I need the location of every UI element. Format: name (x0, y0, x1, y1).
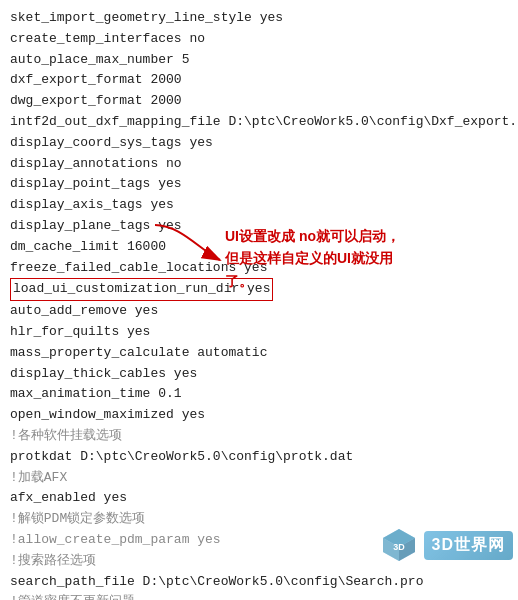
line-5: dwg_export_format 2000 (10, 91, 508, 112)
watermark-cube-icon: 3D (379, 525, 419, 565)
line-20: open_window_maximized yes (10, 405, 508, 426)
line-13: freeze_failed_cable_locations yes (10, 258, 508, 279)
line-15: auto_add_remove yes (10, 301, 508, 322)
line-24: afx_enabled yes (10, 488, 508, 509)
line-22: protkdat D:\ptc\CreoWork5.0\config\protk… (10, 447, 508, 468)
line-9: display_point_tags yes (10, 174, 508, 195)
line-8: display_annotations no (10, 154, 508, 175)
line-11: display_plane_tags yes (10, 216, 508, 237)
svg-text:3D: 3D (393, 542, 405, 552)
line-14-highlighted: load_ui_customization_run_dir yes (10, 278, 508, 301)
line-19: max_animation_time 0.1 (10, 384, 508, 405)
line-1: sket_import_geometry_line_style yes (10, 8, 508, 29)
line-2: create_temp_interfaces no (10, 29, 508, 50)
line-18: display_thick_cables yes (10, 364, 508, 385)
line-7: display_coord_sys_tags yes (10, 133, 508, 154)
line-10: display_axis_tags yes (10, 195, 508, 216)
line-23: !加载AFX (10, 468, 508, 489)
config-file-content: sket_import_geometry_line_style yes crea… (0, 0, 518, 600)
line-16: hlr_for_quilts yes (10, 322, 508, 343)
watermark-text: 3D世界网 (424, 531, 513, 560)
line-17: mass_property_calculate automatic (10, 343, 508, 364)
line-28: search_path_file D:\ptc\CreoWork5.0\conf… (10, 572, 508, 593)
line-29: !管道密度不更新问题 (10, 592, 508, 600)
line-6: intf2d_out_dxf_mapping_file D:\ptc\CreoW… (10, 112, 508, 133)
line-4: dxf_export_format 2000 (10, 70, 508, 91)
watermark: 3D 3D世界网 (379, 525, 513, 565)
line-3: auto_place_max_number 5 (10, 50, 508, 71)
line-21: !各种软件挂载选项 (10, 426, 508, 447)
line-12: dm_cache_limit 16000 (10, 237, 508, 258)
